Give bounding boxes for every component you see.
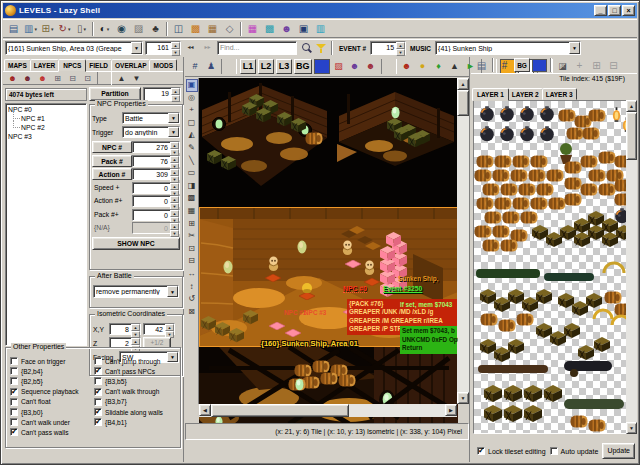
zoom-tool-icon[interactable]: ◎	[186, 92, 198, 105]
marquee-tool-icon[interactable]: ▢	[186, 117, 198, 130]
level-select[interactable]: {161} Sunken Ship, Area 03 (Greape ▼	[5, 41, 143, 55]
priority-swatch[interactable]	[532, 59, 547, 72]
music-select[interactable]: {41} Sunken Ship ▼	[435, 41, 581, 55]
npc-tree[interactable]: NPC #0 NPC #1 NPC #2 NPC #3	[5, 103, 87, 346]
map-horizontal-scrollbar[interactable]: ◀ ▶	[199, 404, 457, 417]
filter-icon[interactable]	[315, 41, 327, 55]
chevron-down-icon[interactable]: ▼	[168, 127, 179, 137]
event-number-stepper[interactable]: 15 ▲▼	[370, 41, 406, 55]
spinner[interactable]: 309 ▲▼	[132, 168, 180, 180]
pencil-tool-icon[interactable]: ✎	[186, 142, 198, 155]
tileset-scrollbar[interactable]: ▲ ▼	[626, 100, 637, 434]
wand-icon[interactable]: +	[571, 58, 588, 73]
scissors-tool-icon[interactable]: ✂	[186, 230, 198, 243]
checkbox[interactable]	[10, 377, 18, 385]
tab[interactable]: LAYER 2	[508, 88, 543, 100]
save-icon[interactable]: ▤	[5, 21, 22, 36]
erase-icon[interactable]: ×	[554, 58, 571, 73]
copy-icon[interactable]: ⊞	[50, 72, 65, 85]
flip-h-tool-icon[interactable]: ↔	[186, 268, 198, 281]
spinner[interactable]: 0 ▲▼	[132, 222, 180, 234]
effects-icon[interactable]: ▩	[261, 21, 278, 36]
type-select[interactable]: Battle▼	[122, 112, 180, 124]
scroll-thumb[interactable]	[211, 404, 349, 417]
mods-icon[interactable]: ▲	[447, 59, 463, 74]
clubs-icon[interactable]: ♣	[147, 21, 164, 36]
property-checkbox-row[interactable]: Can't jump through	[94, 356, 178, 366]
rectangle-tool-icon[interactable]: ▭	[186, 167, 198, 180]
x-stepper[interactable]: 8▲▼	[109, 323, 141, 335]
dual-pane-icon[interactable]: ◫	[170, 21, 187, 36]
checkbox[interactable]	[10, 367, 18, 375]
minimize-button[interactable]: _	[594, 5, 607, 16]
npc-hit-icon[interactable]: ☻	[363, 59, 379, 74]
save-image-icon[interactable]: ▤	[473, 58, 490, 73]
refresh-icon[interactable]: ↻ ▾	[56, 21, 73, 36]
checkbox[interactable]	[94, 388, 102, 396]
layer3-toggle[interactable]: L3	[276, 59, 292, 74]
paste-icon[interactable]: ⊟	[65, 72, 80, 85]
property-checkbox-row[interactable]: Can't walk through	[94, 387, 178, 397]
stats-icon[interactable]: ▥	[312, 21, 329, 36]
spinner[interactable]: 276 ▲▼	[132, 141, 180, 153]
delete-tool-icon[interactable]: ⊟	[186, 255, 198, 268]
chevron-down-icon[interactable]: ▼	[167, 286, 178, 297]
checkbox[interactable]	[94, 357, 102, 365]
brightness-icon[interactable]: ◐ ▾	[96, 21, 113, 36]
grid-icon[interactable]: #	[187, 59, 203, 74]
scroll-up-icon[interactable]: ▲	[457, 78, 469, 90]
checkbox[interactable]	[10, 428, 18, 436]
select-all-tool-icon[interactable]: ▦	[186, 205, 198, 218]
checkbox[interactable]	[94, 418, 102, 426]
event-trigger-icon[interactable]: ☻	[399, 59, 415, 74]
chevron-down-icon[interactable]: ▼	[131, 42, 142, 54]
property-checkbox-row[interactable]: Face on trigger	[10, 356, 94, 366]
texture-icon[interactable]: ▩	[187, 21, 204, 36]
checkbox[interactable]	[10, 357, 18, 365]
copy-icon[interactable]: ⊞	[588, 58, 605, 73]
update-button[interactable]: Update	[602, 443, 635, 459]
spinner[interactable]: 76 ▲▼	[132, 155, 180, 167]
overlap-icon[interactable]: ♦	[431, 59, 447, 74]
pan-tool-icon[interactable]: +	[186, 104, 198, 117]
template-tool-icon[interactable]: ⊞	[186, 218, 198, 231]
checkbox[interactable]	[10, 418, 18, 426]
rotate-tool-icon[interactable]: ↺	[186, 293, 198, 306]
property-checkbox-row[interactable]: {B4,b1}	[94, 417, 178, 427]
checkbox[interactable]	[10, 388, 18, 396]
mask-icon[interactable]: ▨	[331, 59, 347, 74]
pointer-tool-icon[interactable]: ▣	[186, 79, 198, 92]
fill-tool-icon[interactable]: ◨	[186, 180, 198, 193]
tileset-canvas[interactable]	[473, 100, 631, 434]
tab[interactable]: LAYER 1	[472, 88, 509, 101]
next-level-button[interactable]: ▸▸	[200, 41, 215, 55]
map-canvas[interactable]: NPC #0 Event #3250 Sunken Ship, {PACK #7…	[199, 78, 458, 428]
map-vertical-scrollbar[interactable]: ▲ ▼	[457, 78, 469, 404]
partition-button[interactable]: Partition	[89, 87, 141, 101]
layer2-toggle[interactable]: L2	[258, 59, 274, 74]
solidity-icon[interactable]: ◇	[221, 21, 238, 36]
insert-npc-icon[interactable]: ☻	[20, 72, 35, 85]
tree-item[interactable]: NPC #3	[8, 132, 86, 141]
checkbox[interactable]	[10, 398, 18, 406]
spinner[interactable]: 0 ▲▼	[132, 195, 180, 207]
clear-tool-icon[interactable]: ⊠	[186, 306, 198, 319]
line-tool-icon[interactable]: ╲	[186, 155, 198, 168]
priority-swatch[interactable]	[314, 59, 330, 74]
checkbox[interactable]	[477, 447, 485, 455]
preview-icon[interactable]: ▣	[295, 21, 312, 36]
exit-field-icon[interactable]: ●	[415, 59, 431, 74]
tab[interactable]: FIELD	[85, 59, 112, 71]
property-checkbox-row[interactable]: {B3,b5}	[94, 376, 178, 386]
image-icon[interactable]: ▨	[130, 21, 147, 36]
auto-update-checkbox-row[interactable]: Auto update	[550, 446, 599, 456]
layer1-toggle[interactable]: L1	[240, 59, 256, 74]
bg-toggle[interactable]: BG	[294, 59, 312, 74]
pattern-tool-icon[interactable]: ▩	[186, 192, 198, 205]
property-checkbox-row[interactable]: {B2,b5}	[10, 376, 94, 386]
tab[interactable]: LAYER 3	[542, 88, 577, 100]
find-input[interactable]: Find...	[217, 41, 297, 55]
prev-level-button[interactable]: ◂◂	[183, 41, 198, 55]
tab[interactable]: MODS	[149, 59, 177, 71]
after-battle-select[interactable]: remove permanently▼	[93, 285, 179, 298]
